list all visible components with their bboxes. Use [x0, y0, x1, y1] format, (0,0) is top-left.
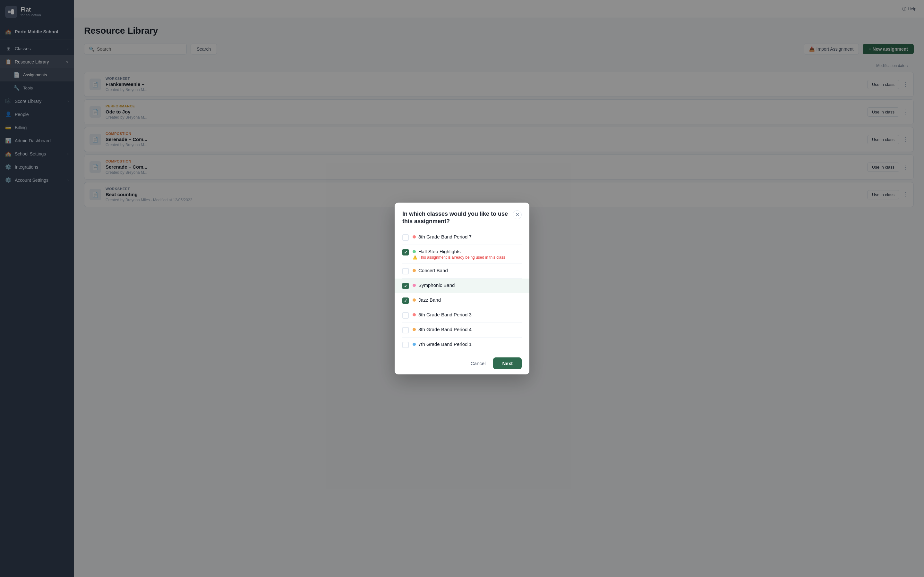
class-checkbox[interactable]	[402, 298, 409, 304]
class-checkbox[interactable]	[402, 249, 409, 255]
class-list-item[interactable]: 5th Grade Band Period 3	[402, 308, 522, 323]
class-list-item[interactable]: Half Step Highlights ⚠️ This assignment …	[402, 245, 522, 264]
class-dot	[413, 250, 416, 253]
class-dot	[413, 313, 416, 316]
class-dot	[413, 328, 416, 331]
class-dot	[413, 269, 416, 272]
cancel-button[interactable]: Cancel	[467, 358, 489, 369]
class-list-item[interactable]: 8th Grade Band Period 4	[402, 323, 522, 338]
warning-icon: ⚠️	[413, 255, 417, 259]
class-list-item[interactable]: Jazz Band	[402, 293, 522, 308]
next-button[interactable]: Next	[493, 358, 522, 369]
class-info: 5th Grade Band Period 3	[413, 312, 522, 318]
class-list-item[interactable]: Concert Band	[402, 264, 522, 279]
class-info: 7th Grade Band Period 1	[413, 342, 522, 347]
class-name: Concert Band	[418, 268, 448, 273]
class-name: Jazz Band	[418, 297, 441, 303]
class-name: 5th Grade Band Period 3	[418, 312, 472, 318]
class-name: 8th Grade Band Period 7	[418, 234, 472, 239]
class-checkbox[interactable]	[402, 327, 409, 334]
modal-title: In which classes would you like to use t…	[402, 210, 511, 226]
class-name: Half Step Highlights	[418, 249, 461, 254]
class-info: Symphonic Band	[413, 282, 522, 288]
modal-close-button[interactable]: ✕	[513, 210, 522, 219]
class-info: Jazz Band	[413, 297, 522, 303]
class-dot	[413, 298, 416, 301]
modal-overlay: In which classes would you like to use t…	[0, 0, 924, 577]
class-list-item[interactable]: 7th Grade Band Period 1	[402, 338, 522, 352]
class-dot	[413, 284, 416, 287]
class-info: Concert Band	[413, 268, 522, 273]
class-info: Half Step Highlights ⚠️ This assignment …	[413, 249, 522, 259]
class-name: 8th Grade Band Period 4	[418, 327, 472, 332]
class-checkbox[interactable]	[402, 268, 409, 274]
class-list-item[interactable]: Symphonic Band	[395, 279, 529, 293]
modal-body: 8th Grade Band Period 7 Half Step Highli…	[395, 230, 529, 352]
modal-header: In which classes would you like to use t…	[395, 203, 529, 230]
class-selection-modal: In which classes would you like to use t…	[395, 203, 529, 375]
class-info: 8th Grade Band Period 7	[413, 234, 522, 239]
class-dot	[413, 235, 416, 239]
class-name: Symphonic Band	[418, 282, 455, 288]
class-info: 8th Grade Band Period 4	[413, 327, 522, 332]
class-warning: ⚠️ This assignment is already being used…	[413, 255, 522, 259]
class-list-item[interactable]: 8th Grade Band Period 7	[402, 230, 522, 245]
class-checkbox[interactable]	[402, 342, 409, 348]
class-checkbox[interactable]	[402, 312, 409, 319]
class-checkbox[interactable]	[402, 283, 409, 289]
class-dot	[413, 343, 416, 346]
modal-footer: Cancel Next	[395, 352, 529, 374]
class-name: 7th Grade Band Period 1	[418, 342, 472, 347]
class-list: 8th Grade Band Period 7 Half Step Highli…	[402, 230, 522, 352]
class-checkbox[interactable]	[402, 234, 409, 241]
